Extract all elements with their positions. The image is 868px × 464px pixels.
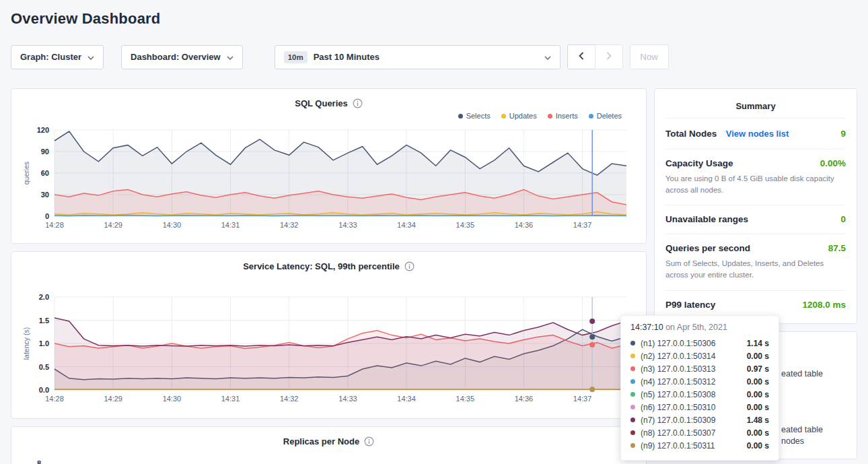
summary-item-qps: Queries per second 87.5 Sum of Selects, … xyxy=(665,234,846,290)
svg-text:14:34: 14:34 xyxy=(397,395,416,403)
summary-title: Summary xyxy=(665,97,846,118)
svg-text:0: 0 xyxy=(45,212,49,220)
total-nodes-label: Total Nodes xyxy=(665,129,717,139)
chart-title-sql-queries: SQL Queries xyxy=(295,98,348,108)
tooltip-timestamp: 14:37:10 on Apr 5th, 2021 xyxy=(630,323,769,332)
page-title: Overview Dashboard xyxy=(11,0,857,28)
node-latency-value: 0.00 s xyxy=(747,390,769,399)
node-color-dot xyxy=(630,443,635,448)
qps-label: Queries per second xyxy=(665,243,750,253)
svg-text:14:31: 14:31 xyxy=(221,395,240,403)
svg-text:14:37: 14:37 xyxy=(573,395,592,403)
svg-text:latency (s): latency (s) xyxy=(22,327,30,360)
legend-label: Selects xyxy=(466,112,491,120)
info-icon[interactable] xyxy=(353,98,363,108)
svg-text:14:30: 14:30 xyxy=(163,395,182,403)
node-color-dot xyxy=(630,418,635,422)
node-latency-value: 0.00 s xyxy=(747,441,769,451)
svg-text:14:36: 14:36 xyxy=(515,395,534,403)
svg-text:14:33: 14:33 xyxy=(338,395,357,403)
svg-text:14:33: 14:33 xyxy=(338,221,357,229)
svg-text:14:31: 14:31 xyxy=(221,221,240,229)
latency-chart[interactable]: 14:2814:2914:3014:3114:3214:3314:3414:35… xyxy=(21,286,637,413)
node-color-dot xyxy=(630,341,635,345)
legend-item-updates[interactable]: Updates xyxy=(501,112,537,120)
time-range-button[interactable]: 10m Past 10 Minutes xyxy=(275,45,560,69)
tooltip-node-row: (n4) 127.0.0.1:503120.00 s xyxy=(630,375,769,388)
legend-label: Deletes xyxy=(597,112,622,120)
node-color-dot xyxy=(630,379,635,384)
info-icon[interactable] xyxy=(404,261,414,271)
info-icon[interactable] xyxy=(364,436,374,446)
legend-dot xyxy=(458,114,463,119)
node-label: (n9) 127.0.0.1:50311 xyxy=(641,441,742,451)
sql-queries-chart[interactable]: 14:2814:2914:3014:3114:3214:3314:3414:35… xyxy=(21,122,637,238)
replicas-chart-card: Replicas per Node 8 xyxy=(11,426,647,464)
summary-card: Summary Total Nodes View nodes list 9 Ca… xyxy=(654,88,857,324)
dashboard-selector-label: Dashboard: Overview xyxy=(131,52,221,62)
svg-text:0.0: 0.0 xyxy=(39,386,49,394)
total-nodes-value: 9 xyxy=(840,129,846,139)
summary-item-total-nodes: Total Nodes View nodes list 9 xyxy=(665,118,846,149)
event-text-fragment: nodes xyxy=(781,436,804,446)
node-latency-value: 0.00 s xyxy=(747,377,769,387)
now-button[interactable]: Now xyxy=(630,44,669,69)
legend-item-selects[interactable]: Selects xyxy=(458,112,491,120)
prev-range-button[interactable] xyxy=(567,44,595,69)
tooltip-node-rows: (n1) 127.0.0.1:503061.14 s(n2) 127.0.0.1… xyxy=(630,337,769,452)
tooltip-node-row: (n6) 127.0.0.1:503100.00 s xyxy=(630,401,769,413)
legend-label: Updates xyxy=(509,112,537,120)
node-latency-value: 0.00 s xyxy=(747,352,769,361)
legend-dot xyxy=(501,114,506,119)
tooltip-node-row: (n2) 127.0.0.1:503140.00 s xyxy=(630,350,769,362)
view-nodes-link[interactable]: View nodes list xyxy=(726,129,789,139)
chevron-right-icon xyxy=(606,52,612,62)
p99-latency-label: P99 latency xyxy=(665,300,715,310)
chart-header: SQL Queries xyxy=(21,96,637,110)
legend-label: Inserts xyxy=(556,112,578,120)
tooltip-node-row: (n7) 127.0.0.1:503091.48 s xyxy=(630,413,769,426)
sql-chart-legend: SelectsUpdatesInsertsDeletes xyxy=(21,110,637,122)
tooltip-node-row: (n5) 127.0.0.1:503080.00 s xyxy=(630,388,769,401)
chevron-down-icon xyxy=(227,52,233,62)
next-range-button[interactable] xyxy=(595,44,623,69)
legend-dot xyxy=(589,114,593,119)
node-label: (n2) 127.0.0.1:50314 xyxy=(641,352,742,361)
svg-text:14:29: 14:29 xyxy=(104,221,122,229)
legend-item-inserts[interactable]: Inserts xyxy=(548,112,578,120)
graph-selector-button[interactable]: Graph: Cluster xyxy=(11,45,104,69)
chart-hover-tooltip: 14:37:10 on Apr 5th, 2021 (n1) 127.0.0.1… xyxy=(620,315,779,461)
capacity-value: 0.00% xyxy=(820,158,846,168)
svg-text:14:29: 14:29 xyxy=(104,395,122,403)
svg-text:14:32: 14:32 xyxy=(280,395,299,403)
p99-latency-value: 1208.0 ms xyxy=(802,300,846,310)
svg-text:14:37: 14:37 xyxy=(573,221,592,229)
legend-item-deletes[interactable]: Deletes xyxy=(589,112,622,120)
svg-text:14:35: 14:35 xyxy=(456,395,475,403)
svg-text:2.0: 2.0 xyxy=(39,293,49,301)
node-latency-value: 0.00 s xyxy=(747,403,769,412)
latency-chart-card: Service Latency: SQL, 99th percentile 14… xyxy=(11,251,647,419)
svg-text:14:28: 14:28 xyxy=(45,395,64,403)
chart-header: Replicas per Node xyxy=(21,434,637,448)
svg-text:14:30: 14:30 xyxy=(163,221,182,229)
svg-text:14:34: 14:34 xyxy=(397,221,416,229)
node-latency-value: 1.48 s xyxy=(747,416,769,425)
node-latency-value: 1.14 s xyxy=(747,339,769,348)
summary-item-unavailable-ranges: Unavailable ranges 0 xyxy=(665,205,846,234)
qps-description: Sum of Selects, Updates, Inserts, and De… xyxy=(665,258,846,280)
node-label: (n3) 127.0.0.1:50313 xyxy=(641,364,742,374)
node-latency-value: 0.00 s xyxy=(747,428,769,438)
svg-text:1.5: 1.5 xyxy=(39,317,49,325)
dashboard-selector-button[interactable]: Dashboard: Overview xyxy=(121,45,243,69)
svg-text:30: 30 xyxy=(41,191,49,199)
node-color-dot xyxy=(630,392,635,397)
time-range-label: Past 10 Minutes xyxy=(314,52,379,62)
chevron-down-icon xyxy=(87,52,94,62)
unavailable-ranges-label: Unavailable ranges xyxy=(665,214,748,224)
chart-header: Service Latency: SQL, 99th percentile xyxy=(21,259,637,273)
node-color-dot xyxy=(630,366,635,371)
event-text-fragment: eated table xyxy=(781,425,823,434)
tooltip-node-row: (n9) 127.0.0.1:503110.00 s xyxy=(630,439,769,452)
node-label: (n6) 127.0.0.1:50310 xyxy=(641,403,742,412)
